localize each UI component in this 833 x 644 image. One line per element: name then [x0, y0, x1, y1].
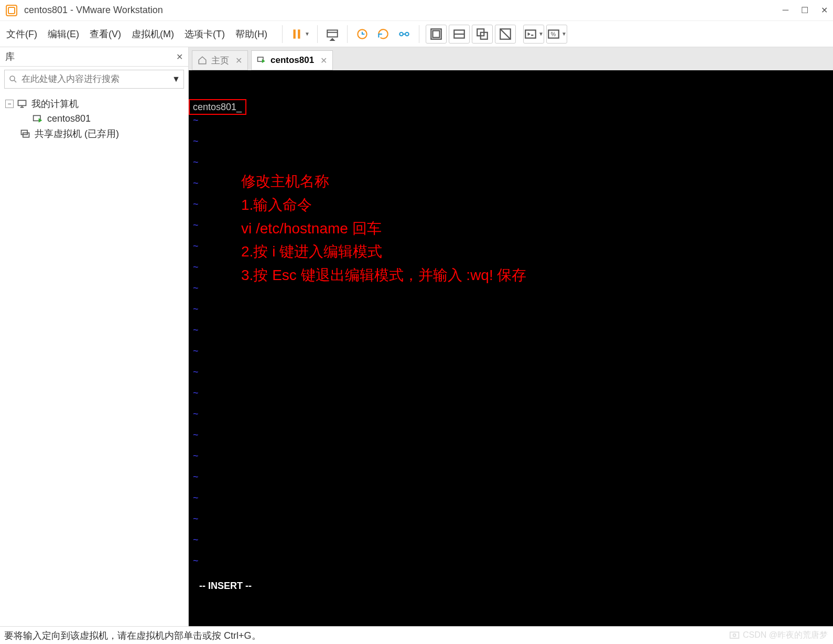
terminal-tilde: ~	[193, 157, 199, 168]
svg-text:%: %	[551, 31, 556, 37]
collapse-icon[interactable]: −	[5, 100, 14, 108]
status-text: 要将输入定向到该虚拟机，请在虚拟机内部单击或按 Ctrl+G。	[4, 629, 261, 642]
separator	[282, 25, 283, 43]
sidebar-close-button[interactable]: ✕	[176, 52, 183, 62]
svg-rect-9	[432, 30, 439, 37]
tree-label: 我的计算机	[31, 98, 79, 110]
menubar: 文件(F) 编辑(E) 查看(V) 虚拟机(M) 选项卡(T) 帮助(H) ▼ …	[0, 21, 833, 47]
search-icon	[5, 74, 21, 84]
close-button[interactable]: ✕	[821, 5, 828, 15]
svg-rect-1	[8, 7, 15, 14]
view-unity-button[interactable]	[449, 25, 470, 44]
menu-view[interactable]: 查看(V)	[90, 28, 121, 40]
watermark: CSDN @昨夜的荒唐梦	[729, 630, 828, 641]
search-input[interactable]	[21, 74, 169, 84]
svg-rect-3	[298, 29, 300, 38]
menu-tabs[interactable]: 选项卡(T)	[185, 28, 225, 40]
terminal-hostname: centos801_	[193, 102, 242, 113]
sidebar-title: 库	[5, 50, 15, 63]
snapshot-take-button[interactable]	[352, 25, 373, 44]
terminal-tilde: ~	[193, 262, 199, 273]
terminal-tilde: ~	[193, 136, 199, 147]
terminal-tilde: ~	[193, 492, 199, 503]
svg-point-6	[399, 32, 403, 36]
terminal-tilde: ~	[193, 346, 199, 357]
vm-running-icon	[257, 56, 266, 65]
search-dropdown[interactable]: ▼	[169, 74, 183, 84]
terminal-tilde: ~	[193, 534, 199, 545]
separator	[347, 25, 348, 43]
tab-centos801[interactable]: centos801 ✕	[251, 50, 333, 70]
preferences-button[interactable]: % ▼	[546, 25, 567, 44]
separator	[419, 25, 419, 43]
terminal-tilde: ~	[193, 241, 199, 252]
tree-shared-vms[interactable]: 共享虚拟机 (已弃用)	[2, 126, 186, 142]
snapshot-revert-button[interactable]	[373, 25, 394, 44]
chevron-down-icon: ▼	[538, 31, 544, 37]
vm-console[interactable]: centos801_ ~ ~ ~ ~ ~ ~ ~ ~ ~ ~ ~ ~ ~ ~ ~…	[189, 70, 833, 626]
svg-rect-18	[18, 100, 26, 105]
tab-label: 主页	[211, 55, 229, 67]
terminal-tilde: ~	[193, 283, 199, 294]
titlebar: centos801 - VMware Workstation ─ ☐ ✕	[0, 0, 833, 21]
menu-file[interactable]: 文件(F)	[6, 28, 37, 40]
shared-vm-icon	[20, 128, 30, 139]
home-icon	[198, 56, 207, 65]
tab-bar: 主页 ✕ centos801 ✕	[189, 47, 833, 70]
svg-rect-14	[525, 30, 536, 38]
library-tree: − 我的计算机 centos801 共享虚拟机 (已弃用)	[0, 92, 188, 146]
console-button[interactable]: ▼	[523, 25, 544, 44]
library-sidebar: 库 ✕ ▼ − 我的计算机 centos801	[0, 47, 189, 626]
tab-close-button[interactable]: ✕	[320, 56, 327, 66]
terminal-tilde: ~	[193, 220, 199, 231]
vm-running-icon	[33, 114, 43, 124]
svg-rect-2	[294, 29, 296, 38]
annotation-text: 修改主机名称 1.输入命令 vi /etc/hostname 回车 2.按 i …	[241, 170, 527, 287]
terminal-tilde: ~	[193, 325, 199, 336]
view-console-button[interactable]	[472, 25, 493, 44]
pause-button[interactable]: ▼	[287, 25, 313, 44]
terminal-tilde: ~	[193, 450, 199, 461]
terminal-tilde: ~	[193, 115, 199, 126]
search-box[interactable]: ▼	[4, 70, 184, 89]
send-ctrl-alt-del-button[interactable]	[322, 25, 343, 44]
tab-home[interactable]: 主页 ✕	[192, 50, 248, 70]
svg-rect-4	[327, 30, 338, 37]
chevron-down-icon: ▼	[305, 31, 310, 37]
terminal-tilde: ~	[193, 513, 199, 524]
svg-point-7	[405, 32, 409, 36]
svg-rect-23	[730, 632, 739, 638]
main-area: 主页 ✕ centos801 ✕ centos801_ ~ ~ ~ ~ ~ ~ …	[189, 47, 833, 626]
view-fullscreen-button[interactable]	[426, 25, 447, 44]
tab-label: centos801	[271, 55, 314, 66]
window-title: centos801 - VMware Workstation	[24, 5, 783, 16]
terminal-tilde: ~	[193, 199, 199, 210]
separator	[317, 25, 318, 43]
view-stretch-button[interactable]	[495, 25, 516, 44]
statusbar: 要将输入定向到该虚拟机，请在虚拟机内部单击或按 Ctrl+G。	[0, 626, 833, 644]
maximize-button[interactable]: ☐	[801, 5, 808, 15]
terminal-tilde: ~	[193, 471, 199, 482]
menu-edit[interactable]: 编辑(E)	[48, 28, 79, 40]
tree-label: centos801	[47, 113, 91, 124]
minimize-button[interactable]: ─	[783, 5, 788, 15]
terminal-tilde: ~	[193, 409, 199, 420]
terminal-tilde: ~	[193, 367, 199, 378]
terminal-tilde: ~	[193, 178, 199, 189]
svg-point-17	[10, 76, 15, 81]
terminal-tilde: ~	[193, 430, 199, 441]
vi-mode-indicator: -- INSERT --	[199, 581, 252, 592]
tree-vm-centos801[interactable]: centos801	[2, 112, 186, 126]
terminal-tilde: ~	[193, 555, 199, 566]
tree-label: 共享虚拟机 (已弃用)	[35, 127, 119, 140]
terminal-tilde: ~	[193, 304, 199, 315]
tree-root-my-computer[interactable]: − 我的计算机	[2, 96, 186, 112]
terminal-tilde: ~	[193, 388, 199, 399]
snapshot-manage-button[interactable]	[394, 25, 415, 44]
computer-icon	[17, 99, 27, 109]
menu-help[interactable]: 帮助(H)	[235, 28, 267, 40]
chevron-down-icon: ▼	[561, 31, 567, 37]
menu-vm[interactable]: 虚拟机(M)	[132, 28, 174, 40]
tab-close-button[interactable]: ✕	[235, 56, 242, 66]
vmware-logo-icon	[5, 4, 18, 17]
